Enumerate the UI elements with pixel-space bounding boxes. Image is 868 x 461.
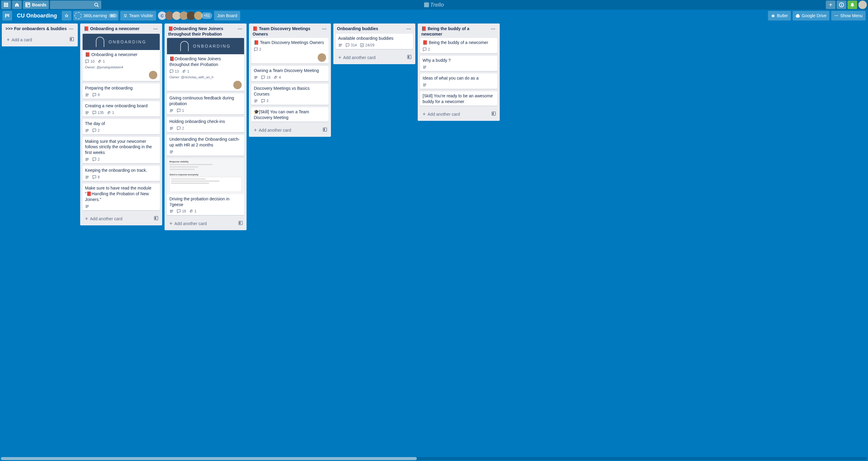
google-drive-button[interactable]: Google Drive (793, 11, 830, 21)
trello-logo[interactable]: Trello (424, 2, 444, 8)
boards-menu-button[interactable]: Boards (23, 1, 49, 9)
global-header: Boards Trello + (0, 0, 868, 10)
card-template-button[interactable] (406, 53, 413, 62)
card-template-button[interactable] (321, 126, 329, 134)
list-title[interactable]: 📕 Team Discovery Meetings Owners (253, 26, 320, 37)
svg-point-27 (835, 16, 835, 16)
add-card-button[interactable]: +Add another card (167, 219, 237, 228)
card-member-avatar[interactable] (318, 53, 326, 62)
svg-rect-94 (408, 56, 409, 58)
boards-label: Boards (32, 2, 46, 7)
card[interactable]: Preparing the onboarding9 (83, 84, 160, 99)
card[interactable]: Available onboarding buddies31424/29 (336, 34, 413, 49)
apps-menu-button[interactable] (1, 1, 11, 9)
card[interactable]: Keeping the onboarding on track.8 (83, 166, 160, 181)
svg-point-20 (124, 14, 125, 16)
board-canvas[interactable]: >>> For onboarders & buddies+Add a card📕… (0, 22, 868, 461)
card[interactable]: 📕 Being the buddy of a newcomer2 (420, 38, 497, 53)
add-card-button[interactable]: +Add another card (420, 110, 490, 118)
card[interactable]: 🎓[Skill] You can own a Team Discovery Me… (251, 107, 329, 122)
card-template-button[interactable] (153, 215, 160, 223)
card-template-button[interactable] (490, 110, 497, 118)
add-card-button[interactable]: +Add another card (336, 53, 406, 62)
info-button[interactable] (837, 1, 846, 9)
more-members-button[interactable]: +51 (201, 12, 212, 19)
list-menu-button[interactable] (489, 26, 497, 33)
scrollbar-thumb[interactable] (1, 457, 417, 460)
comments-badge: 13 (169, 69, 179, 73)
description-badge (423, 83, 427, 87)
list-menu-button[interactable] (151, 26, 160, 33)
star-board-button[interactable] (62, 11, 71, 21)
list-menu-button[interactable] (404, 26, 413, 33)
list-title[interactable]: 📕Onboarding New Joiners throughout their… (168, 26, 236, 37)
board-members[interactable]: C +51 (158, 11, 212, 20)
card-title: 📕 Being the buddy of a newcomer (423, 40, 495, 45)
list-menu-button[interactable] (320, 26, 329, 33)
svg-point-32 (72, 29, 73, 30)
list-title[interactable]: Onboarding buddies (337, 26, 404, 31)
notifications-button[interactable] (847, 1, 857, 9)
card-title: Understanding the Onboarding catch-up wi… (169, 136, 242, 148)
card[interactable]: Understanding the Onboarding catch-up wi… (167, 135, 244, 156)
card-member-avatar[interactable] (149, 71, 157, 79)
list: 📕Onboarding New Joiners throughout their… (164, 24, 247, 230)
card[interactable]: Ideas of what you can do as a (420, 73, 497, 89)
card[interactable]: Owning a Team Discovery Meeting184 (251, 66, 329, 81)
card[interactable]: 📕 Team Discovery Meetings Owners2 (251, 38, 329, 64)
card-title: 📕Onboarding New Joiners throughout their… (169, 56, 242, 67)
list-menu-button[interactable] (236, 26, 244, 33)
card[interactable]: Making sure that your newcomer follows s… (83, 137, 160, 164)
board-name[interactable]: CU Onboarding (14, 13, 60, 19)
add-card-button[interactable]: +Add another card (83, 215, 153, 223)
svg-point-87 (408, 29, 409, 30)
attachments-badge: 1 (182, 69, 189, 73)
svg-rect-85 (324, 128, 325, 131)
join-board-button[interactable]: Join Board (214, 11, 240, 21)
card[interactable]: Discovery Meetings vs Basics Courses3 (251, 84, 329, 105)
card[interactable]: Make sure to have read the module "📕Hand… (83, 184, 160, 210)
add-card-button[interactable]: +Add a card (4, 36, 68, 44)
add-card-button[interactable]: +Add another card (251, 126, 321, 134)
comments-badge: 3 (261, 99, 269, 103)
card-title: 🎓[Skill] You can own a Team Discovery Me… (254, 109, 326, 121)
card[interactable]: Creating a new onboarding board1351 (83, 101, 160, 117)
search-input[interactable] (50, 1, 101, 9)
card-title: [Skill] You're ready to be an awesome bu… (423, 93, 495, 104)
card-member-avatar[interactable] (233, 81, 242, 89)
horizontal-scrollbar[interactable] (1, 457, 867, 460)
visibility-button[interactable]: Team Visible (120, 11, 156, 21)
card[interactable]: ONBOARDING📕 Onboarding a newcomer101Owne… (83, 34, 160, 81)
card-title: Available onboarding buddies (338, 36, 410, 41)
user-avatar[interactable] (858, 1, 867, 9)
show-menu-button[interactable]: Show Menu (831, 11, 866, 21)
svg-point-60 (241, 29, 242, 30)
card[interactable]: [Skill] You're ready to be an awesome bu… (420, 91, 497, 106)
board-switcher-button[interactable] (2, 11, 12, 21)
card[interactable]: The day of2 (83, 119, 160, 134)
card-template-button[interactable] (68, 36, 75, 44)
description-badge (423, 65, 427, 69)
card[interactable]: Holding onboarding check-ins2 (167, 117, 244, 132)
butler-button[interactable]: Butler (768, 11, 791, 21)
list-title[interactable]: >>> For onboarders & buddies (5, 26, 67, 31)
comments-badge: 2 (92, 157, 100, 161)
card[interactable]: Giving continuous feedback during probat… (167, 93, 244, 115)
list-menu-button[interactable] (67, 26, 75, 33)
card[interactable]: Response visibilitySelect a response ano… (167, 158, 244, 215)
home-button[interactable] (12, 1, 22, 9)
card-template-button[interactable] (237, 219, 244, 228)
card-title: Keeping the onboarding on track. (85, 167, 157, 173)
organization-chip[interactable]: 360Learning BC (73, 11, 119, 21)
svg-rect-8 (7, 6, 8, 7)
list-title[interactable]: 📕 Being the buddy of a newcomer (421, 26, 489, 37)
org-icon (74, 12, 82, 19)
list: 📕 Team Discovery Meetings Owners📕 Team D… (249, 24, 331, 137)
card[interactable]: Why a buddy ? (420, 56, 497, 71)
list-title[interactable]: 📕 Onboarding a newcomer (84, 26, 151, 31)
svg-rect-18 (7, 14, 7, 16)
description-badge (169, 209, 174, 213)
svg-point-59 (240, 29, 241, 30)
create-button[interactable]: + (826, 1, 835, 9)
card[interactable]: ONBOARDING📕Onboarding New Joiners throug… (167, 38, 244, 91)
